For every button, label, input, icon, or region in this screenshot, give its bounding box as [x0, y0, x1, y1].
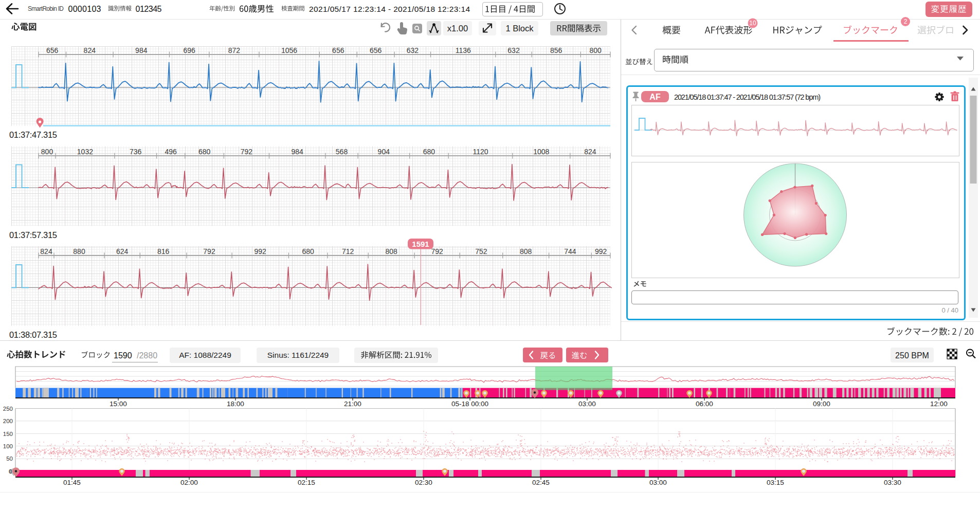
svg-text:680: 680 [423, 148, 435, 156]
svg-text:10: 10 [749, 20, 756, 27]
svg-text:01:37:57.315: 01:37:57.315 [9, 230, 57, 240]
svg-text:872: 872 [228, 46, 241, 54]
svg-text:05-18 00:00: 05-18 00:00 [451, 400, 488, 408]
svg-text:250: 250 [3, 406, 13, 412]
svg-text:01:37:47.315: 01:37:47.315 [9, 130, 57, 139]
svg-text:984: 984 [135, 46, 148, 54]
svg-text:808: 808 [385, 247, 397, 256]
svg-text:632: 632 [507, 46, 520, 54]
svg-text:15:00: 15:00 [110, 400, 127, 408]
svg-text:824: 824 [40, 247, 52, 256]
svg-text:03:15: 03:15 [767, 479, 784, 486]
svg-text:0000103: 0000103 [68, 5, 101, 13]
svg-text:824: 824 [584, 148, 596, 156]
svg-text:150: 150 [3, 431, 13, 437]
svg-text:2: 2 [904, 18, 908, 25]
svg-text:496: 496 [165, 148, 177, 156]
svg-text:624: 624 [116, 247, 129, 256]
svg-text:06:00: 06:00 [696, 400, 713, 408]
svg-text:736: 736 [130, 148, 142, 156]
svg-text:AF: 1088/2249: AF: 1088/2249 [179, 351, 231, 359]
svg-text:792: 792 [241, 148, 253, 156]
svg-text:824: 824 [84, 46, 96, 54]
svg-text:808: 808 [520, 247, 532, 256]
svg-text:800: 800 [589, 46, 602, 54]
svg-text:656: 656 [370, 46, 382, 54]
svg-text:SmartRobin ID: SmartRobin ID [28, 5, 64, 12]
svg-text:03:00: 03:00 [649, 479, 667, 486]
svg-text:680: 680 [302, 247, 315, 256]
svg-text:800: 800 [41, 148, 53, 156]
svg-text:984: 984 [292, 148, 304, 156]
svg-text:632: 632 [407, 46, 419, 54]
svg-text:12:00: 12:00 [930, 400, 948, 408]
svg-text:0: 0 [9, 468, 12, 475]
svg-text:0 / 40: 0 / 40 [941, 306, 958, 314]
svg-text:03:30: 03:30 [884, 479, 901, 486]
svg-text:752: 752 [475, 247, 487, 256]
svg-text:09:00: 09:00 [813, 400, 830, 408]
svg-text:656: 656 [46, 46, 59, 54]
svg-text:792: 792 [203, 247, 215, 256]
svg-text:656: 656 [332, 46, 344, 54]
svg-text:Sinus: 1161/2249: Sinus: 1161/2249 [267, 351, 329, 359]
svg-text:880: 880 [73, 247, 85, 256]
svg-text:100: 100 [3, 443, 13, 449]
svg-text:1590: 1590 [114, 351, 132, 360]
svg-text:50: 50 [6, 456, 13, 462]
svg-text:712: 712 [342, 247, 354, 256]
svg-text:1008: 1008 [533, 148, 549, 156]
svg-text:1136: 1136 [456, 46, 471, 54]
svg-text:792: 792 [431, 247, 443, 256]
svg-text:01:38:07.315: 01:38:07.315 [9, 330, 57, 339]
svg-text:856: 856 [550, 46, 562, 54]
svg-text:02:45: 02:45 [532, 479, 550, 486]
svg-text:744: 744 [564, 247, 576, 256]
svg-text:21:00: 21:00 [344, 400, 361, 408]
svg-text:904: 904 [378, 148, 390, 156]
svg-text:2021/05/17 12:23:14 - 2021/05/: 2021/05/17 12:23:14 - 2021/05/18 12:23:1… [309, 5, 470, 13]
svg-text:02:00: 02:00 [180, 479, 198, 486]
svg-text:200: 200 [3, 418, 13, 424]
svg-text:02:30: 02:30 [415, 479, 432, 486]
svg-text:680: 680 [198, 148, 211, 156]
svg-text:1120: 1120 [473, 148, 488, 156]
svg-text:816: 816 [157, 247, 170, 256]
svg-text:992: 992 [255, 247, 267, 256]
svg-text:18:00: 18:00 [227, 400, 244, 408]
svg-text:2021/05/18 01:37:47 - 2021/05/: 2021/05/18 01:37:47 - 2021/05/18 01:37:5… [674, 93, 821, 101]
svg-text:1056: 1056 [281, 46, 297, 54]
svg-text:992: 992 [595, 247, 607, 256]
svg-text:/2880: /2880 [137, 351, 157, 360]
svg-text:1591: 1591 [412, 240, 429, 248]
svg-text:012345: 012345 [136, 5, 162, 13]
svg-text:AF: AF [649, 93, 661, 101]
svg-text:250 BPM: 250 BPM [895, 351, 929, 360]
svg-text:568: 568 [336, 148, 348, 156]
svg-text:02:15: 02:15 [298, 479, 315, 486]
svg-text:1 Block: 1 Block [505, 24, 534, 33]
svg-text:1032: 1032 [77, 148, 93, 156]
svg-text:03:00: 03:00 [578, 400, 596, 408]
svg-text:01:45: 01:45 [63, 479, 81, 486]
svg-text:x1.00: x1.00 [447, 24, 468, 33]
svg-text:696: 696 [184, 46, 196, 54]
